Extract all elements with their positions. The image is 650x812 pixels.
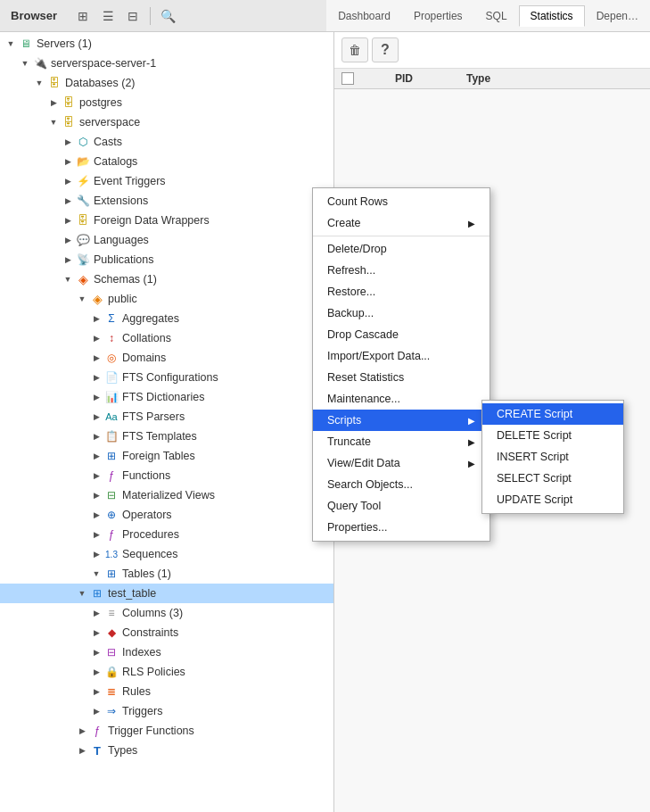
chevron-operators[interactable] <box>89 508 103 522</box>
chevron-server1[interactable] <box>18 56 32 70</box>
ctx-count-rows[interactable]: Count Rows <box>313 191 334 212</box>
tree-item-rls[interactable]: 🔒 RLS Policies <box>0 662 333 682</box>
tree-item-rules[interactable]: ≣ Rules <box>0 682 333 701</box>
chevron-rls[interactable] <box>89 665 103 679</box>
ctx-import-export[interactable]: Import/Export Data... <box>313 345 334 367</box>
layout-icon[interactable]: ⊟ <box>121 4 144 28</box>
tree-item-fts-dict[interactable]: 📊 FTS Dictionaries <box>0 387 333 407</box>
tree-item-functions[interactable]: ƒ Functions <box>0 466 333 485</box>
tree-item-tables[interactable]: ⊞ Tables (1) <box>0 564 333 584</box>
chevron-extensions[interactable] <box>61 194 75 208</box>
tree-item-procedures[interactable]: ƒ Procedures <box>0 525 333 544</box>
tree-item-foreign-tables[interactable]: ⊞ Foreign Tables <box>0 446 333 466</box>
chevron-databases[interactable] <box>32 76 46 90</box>
chevron-casts[interactable] <box>61 135 75 149</box>
chevron-languages[interactable] <box>61 233 75 247</box>
tree-item-fts-conf[interactable]: 📄 FTS Configurations <box>0 368 333 387</box>
ctx-backup[interactable]: Backup... <box>313 302 334 324</box>
chevron-postgres[interactable] <box>46 95 61 110</box>
chevron-sequences[interactable] <box>89 547 103 561</box>
table-icon[interactable]: ☰ <box>96 4 119 28</box>
ctx-maintenance[interactable]: Maintenance... <box>313 388 334 410</box>
tree-item-public[interactable]: ◈ public <box>0 289 333 309</box>
chevron-public[interactable] <box>75 292 89 306</box>
tree-item-catalogs[interactable]: 📂 Catalogs <box>0 152 333 171</box>
chevron-aggregates[interactable] <box>89 311 103 326</box>
tree-item-triggers[interactable]: ⇒ Triggers <box>0 701 333 721</box>
tree-item-servers[interactable]: 🖥 Servers (1) <box>0 34 333 54</box>
tab-depend[interactable]: Depen… <box>585 5 650 26</box>
tree-item-aggregates[interactable]: Σ Aggregates <box>0 309 333 328</box>
chevron-functions[interactable] <box>89 468 103 483</box>
tree-item-types[interactable]: T Types <box>0 741 333 760</box>
tree-item-foreign-data[interactable]: 🗄 Foreign Data Wrappers <box>0 211 333 230</box>
tree-item-fts-parsers[interactable]: Aa FTS Parsers <box>0 407 333 427</box>
chevron-procedures[interactable] <box>89 527 103 542</box>
tree-item-event-triggers[interactable]: ⚡ Event Triggers <box>0 171 333 191</box>
chevron-foreign-data[interactable] <box>61 213 75 228</box>
tab-statistics[interactable]: Statistics <box>519 5 585 27</box>
tree-item-indexes[interactable]: ⊟ Indexes <box>0 642 333 662</box>
tree-item-serverspace[interactable]: 🗄 serverspace <box>0 112 333 132</box>
chevron-constraints[interactable] <box>89 626 103 640</box>
ctx-truncate[interactable]: Truncate ▶ <box>313 431 334 452</box>
tree-item-publications[interactable]: 📡 Publications <box>0 250 333 269</box>
chevron-publications[interactable] <box>61 253 75 267</box>
tree-item-columns[interactable]: ≡ Columns (3) <box>0 603 333 623</box>
search-icon[interactable]: 🔍 <box>156 4 179 28</box>
chevron-indexes[interactable] <box>89 645 103 659</box>
tree-item-extensions[interactable]: 🔧 Extensions <box>0 191 333 211</box>
ctx-view-edit[interactable]: View/Edit Data ▶ <box>313 452 334 474</box>
tree-item-schemas[interactable]: ◈ Schemas (1) <box>0 269 333 289</box>
chevron-columns[interactable] <box>89 606 103 620</box>
tree-item-test-table[interactable]: ⊞ test_table <box>0 584 333 603</box>
ctx-query-tool[interactable]: Query Tool <box>313 495 334 517</box>
chevron-trigger-functions[interactable] <box>75 724 89 738</box>
chevron-mat-views[interactable] <box>89 488 103 502</box>
chevron-collations[interactable] <box>89 331 103 345</box>
tab-properties[interactable]: Properties <box>402 5 474 26</box>
ctx-properties[interactable]: Properties... <box>313 517 334 538</box>
chevron-test-table[interactable] <box>75 586 89 601</box>
tree-item-postgres[interactable]: 🗄 postgres <box>0 93 333 112</box>
ctx-scripts[interactable]: Scripts ▶ <box>313 410 334 431</box>
tab-dashboard[interactable]: Dashboard <box>326 5 402 26</box>
tree-item-databases[interactable]: 🗄 Databases (2) <box>0 73 333 93</box>
ctx-delete-drop[interactable]: Delete/Drop <box>313 238 334 260</box>
chevron-schemas[interactable] <box>61 272 75 286</box>
delete-button[interactable]: 🗑 <box>341 37 368 62</box>
ctx-create[interactable]: Create ▶ <box>313 212 334 234</box>
chevron-event-triggers[interactable] <box>61 174 75 188</box>
tree-item-mat-views[interactable]: ⊟ Materialized Views <box>0 485 333 505</box>
tree-item-casts[interactable]: ⬡ Casts <box>0 132 333 152</box>
grid-icon[interactable]: ⊞ <box>71 4 95 28</box>
tree-item-fts-templates[interactable]: 📋 FTS Templates <box>0 427 333 446</box>
chevron-domains[interactable] <box>89 351 103 365</box>
chevron-fts-dict[interactable] <box>89 390 103 404</box>
ctx-refresh[interactable]: Refresh... <box>313 260 334 281</box>
tree-item-operators[interactable]: ⊕ Operators <box>0 505 333 525</box>
chevron-fts-templates[interactable] <box>89 429 103 443</box>
tree-item-trigger-functions[interactable]: ƒ Trigger Functions <box>0 721 333 741</box>
chevron-fts-conf[interactable] <box>89 370 103 385</box>
chevron-foreign-tables[interactable] <box>89 449 103 463</box>
chevron-fts-parsers[interactable] <box>89 410 103 424</box>
tree-item-constraints[interactable]: ◆ Constraints <box>0 623 333 642</box>
ctx-restore[interactable]: Restore... <box>313 281 334 302</box>
tree-item-languages[interactable]: 💬 Languages <box>0 230 333 250</box>
tree-item-sequences[interactable]: 1.3 Sequences <box>0 544 333 564</box>
ctx-search-objects[interactable]: Search Objects... <box>313 474 334 495</box>
tree-item-collations[interactable]: ↕ Collations <box>0 328 333 348</box>
chevron-catalogs[interactable] <box>61 154 75 169</box>
chevron-triggers[interactable] <box>89 704 103 718</box>
chevron-tables[interactable] <box>89 567 103 581</box>
help-button[interactable]: ? <box>372 37 399 62</box>
chevron-servers[interactable] <box>4 37 18 51</box>
tree-item-server1[interactable]: 🔌 serverspace-server-1 <box>0 54 333 73</box>
chevron-serverspace[interactable] <box>46 115 61 129</box>
tree-item-domains[interactable]: ◎ Domains <box>0 348 333 368</box>
ctx-drop-cascade[interactable]: Drop Cascade <box>313 324 334 345</box>
chevron-rules[interactable] <box>89 684 103 699</box>
tab-sql[interactable]: SQL <box>474 5 519 26</box>
ctx-reset-stats[interactable]: Reset Statistics <box>313 367 334 388</box>
